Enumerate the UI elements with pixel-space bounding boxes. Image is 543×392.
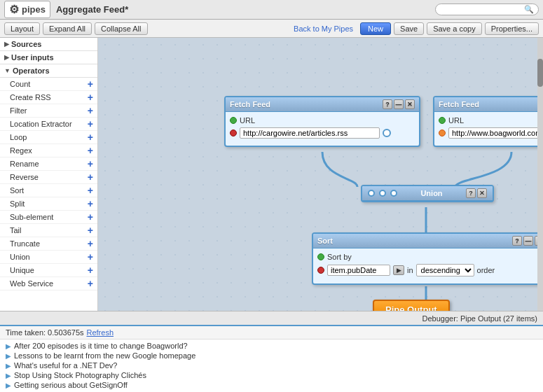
sidebar-item-unique[interactable]: Unique + — [0, 264, 97, 277]
add-unique-icon[interactable]: + — [88, 265, 93, 275]
topbar: ⚙ pipes Aggregate Feed* 🔍 — [0, 0, 543, 20]
sidebar-sources[interactable]: ▶ Sources — [0, 38, 97, 51]
fetch-feed-1-minimize[interactable]: — — [394, 99, 404, 109]
fetch-feed-node-1[interactable]: Fetch Feed ? — ✕ URL — [224, 96, 420, 147]
pipe-output-node[interactable]: Pipe Output — [373, 300, 450, 311]
sidebar-item-tail[interactable]: Tail + — [0, 224, 97, 237]
sidebar-item-location-extractor[interactable]: Location Extractor + — [0, 118, 97, 131]
sidebar-item-label: Unique — [10, 266, 34, 274]
pipe-canvas[interactable]: Fetch Feed ? — ✕ URL — [98, 38, 543, 311]
union-controls: ? ✕ — [466, 188, 487, 198]
expand-all-button[interactable]: Expand All — [43, 22, 92, 35]
fetch-feed-node-2[interactable]: Fetch Feed ? — ✕ URL — [433, 96, 543, 147]
sidebar-item-label: Regex — [10, 146, 32, 155]
search-box[interactable]: 🔍 — [435, 4, 539, 15]
sidebar-item-reverse[interactable]: Reverse + — [0, 171, 97, 184]
sidebar-item-count[interactable]: Count + — [0, 78, 97, 91]
fetch-feed-1-output-connector — [383, 129, 391, 137]
fetch-feed-2-value-dot — [439, 130, 446, 136]
search-input[interactable] — [440, 6, 524, 14]
new-button[interactable]: New — [360, 22, 391, 35]
union-input-1 — [368, 190, 375, 197]
add-web-service-icon[interactable]: + — [88, 279, 93, 288]
fetch-feed-2-url-row: URL — [439, 116, 543, 125]
fetch-feed-1-url-row: URL — [230, 116, 415, 125]
result-item-1[interactable]: ▶ Lessons to be learnt from the new Goog… — [6, 351, 537, 360]
save-copy-button[interactable]: Save a copy — [427, 22, 482, 35]
page-title: Aggregate Feed* — [56, 4, 128, 15]
result-item-3[interactable]: ▶ Stop Using Stock Photography Clichés — [6, 370, 537, 380]
result-item-0[interactable]: ▶ After 200 episodes is it time to chang… — [6, 341, 537, 351]
sidebar-item-sort[interactable]: Sort + — [0, 184, 97, 197]
add-create-rss-icon[interactable]: + — [88, 92, 93, 102]
sidebar-item-union[interactable]: Union + — [0, 251, 97, 264]
add-split-icon[interactable]: + — [88, 199, 93, 209]
sidebar-item-label: Tail — [10, 226, 22, 234]
sort-field-row: ▶ in descending ascending order — [317, 264, 543, 276]
sidebar-item-regex[interactable]: Regex + — [0, 144, 97, 158]
sidebar-item-label: Truncate — [10, 239, 40, 248]
sort-field-arrow[interactable]: ▶ — [393, 265, 404, 275]
search-icon: 🔍 — [524, 5, 534, 14]
save-button[interactable]: Save — [394, 22, 424, 35]
collapse-all-button[interactable]: Collapse All — [95, 22, 147, 35]
add-rename-icon[interactable]: + — [88, 159, 93, 169]
union-header: Union ? ✕ — [362, 186, 493, 201]
fetch-feed-1-url-input[interactable] — [240, 127, 380, 139]
add-count-icon[interactable]: + — [88, 79, 93, 89]
add-truncate-icon[interactable]: + — [88, 239, 93, 248]
sidebar-item-web-service[interactable]: Web Service + — [0, 277, 97, 290]
canvas-scroll-thumb[interactable] — [537, 59, 543, 87]
result-item-2[interactable]: ▶ What's useful for a .NET Dev? — [6, 360, 537, 370]
bottom-toolbar: Time taken: 0.503675s Refresh — [0, 326, 543, 340]
debugger-text: Debugger: Pipe Output (27 items) — [422, 314, 537, 323]
fetch-feed-2-url-dot — [439, 117, 446, 124]
layout-button[interactable]: Layout — [4, 22, 40, 35]
sort-order-select[interactable]: descending ascending — [416, 264, 474, 276]
sidebar-item-truncate[interactable]: Truncate + — [0, 237, 97, 251]
add-regex-icon[interactable]: + — [88, 146, 93, 155]
add-location-extractor-icon[interactable]: + — [88, 119, 93, 129]
sidebar-operators[interactable]: ▼ Operators — [0, 64, 97, 78]
user-inputs-arrow: ▶ — [4, 54, 9, 61]
sort-minimize[interactable]: — — [523, 236, 533, 246]
sort-node[interactable]: Sort ? — ✕ Sort by ▶ in d — [312, 232, 543, 285]
add-sub-element-icon[interactable]: + — [88, 212, 93, 222]
sort-help[interactable]: ? — [512, 236, 522, 246]
sidebar-item-loop[interactable]: Loop + — [0, 131, 97, 144]
result-arrow-2: ▶ — [6, 362, 11, 370]
canvas-scrollbar[interactable] — [537, 38, 543, 311]
sort-order-label: order — [477, 266, 495, 274]
add-loop-icon[interactable]: + — [88, 132, 93, 142]
back-to-pipes-link[interactable]: Back to My Pipes — [289, 23, 357, 34]
sidebar-item-filter[interactable]: Filter + — [0, 104, 97, 118]
sidebar-user-inputs[interactable]: ▶ User inputs — [0, 51, 97, 64]
result-text-2: What's useful for a .NET Dev? — [14, 361, 117, 370]
union-close[interactable]: ✕ — [477, 188, 487, 198]
union-node[interactable]: Union ? ✕ — [361, 185, 494, 202]
time-taken-text: Time taken: 0.503675s — [6, 328, 84, 337]
add-filter-icon[interactable]: + — [88, 106, 93, 115]
sort-title: Sort — [317, 237, 333, 245]
sidebar-item-rename[interactable]: Rename + — [0, 158, 97, 171]
union-input-2 — [379, 190, 386, 197]
fetch-feed-2-url-input[interactable] — [448, 127, 543, 139]
result-item-4[interactable]: ▶ Getting serious about GetSignOff — [6, 380, 537, 390]
add-union-icon[interactable]: + — [88, 252, 93, 262]
sidebar-item-create-rss[interactable]: Create RSS + — [0, 91, 97, 104]
result-text-1: Lessons to be learnt from the new Google… — [14, 351, 195, 360]
pipes-icon: ⚙ — [9, 3, 19, 16]
union-help[interactable]: ? — [466, 188, 476, 198]
sidebar-item-label: Sort — [10, 186, 24, 195]
sort-field-input[interactable] — [327, 265, 390, 276]
add-sort-icon[interactable]: + — [88, 186, 93, 195]
user-inputs-label: User inputs — [11, 53, 54, 62]
sidebar-item-sub-element[interactable]: Sub-element + — [0, 211, 97, 224]
add-reverse-icon[interactable]: + — [88, 172, 93, 182]
add-tail-icon[interactable]: + — [88, 225, 93, 235]
properties-button[interactable]: Properties... — [485, 22, 539, 35]
refresh-link[interactable]: Refresh — [87, 328, 114, 337]
fetch-feed-1-close[interactable]: ✕ — [405, 99, 415, 109]
sidebar-item-split[interactable]: Split + — [0, 197, 97, 211]
fetch-feed-1-help[interactable]: ? — [383, 99, 392, 109]
